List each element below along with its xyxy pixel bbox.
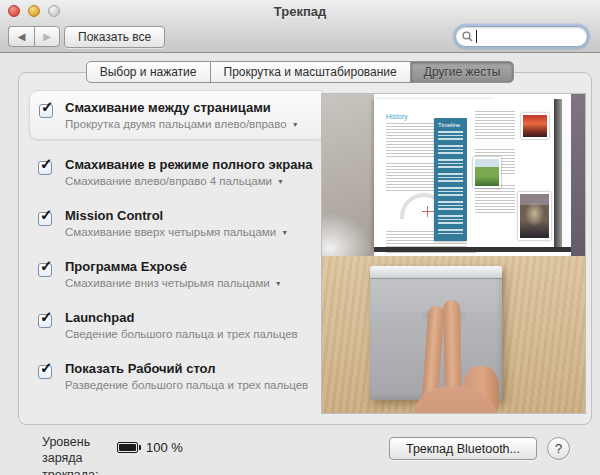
window-title: Трекпад: [0, 4, 600, 19]
gesture-title: Программа Exposé: [65, 259, 321, 274]
checkbox-mission-control[interactable]: ✓: [38, 212, 52, 226]
checkmark-icon: ✓: [40, 258, 53, 273]
trackpad-preferences-window: Трекпад ◀ ▶ Показать все Выбор и нажатие…: [0, 0, 600, 475]
battery-level-label: Уровень заряда трекпада:: [42, 434, 128, 475]
window-chrome: Трекпад ◀ ▶ Показать все: [0, 0, 600, 53]
video-page-turn-shadow: [554, 99, 562, 250]
search-icon: [462, 31, 473, 42]
video-desk-scene: [322, 256, 586, 414]
checkmark-icon: ✓: [40, 156, 53, 171]
checkbox-launchpad[interactable]: ✓: [38, 314, 52, 328]
video-photo-tower-bridge: [518, 192, 551, 240]
dropdown-arrow-icon: ▼: [275, 280, 282, 287]
video-timeline-sidebar: Timeline: [434, 118, 467, 241]
trackpad-hinge: [370, 266, 502, 278]
checkmark-icon: ✓: [40, 207, 53, 222]
gesture-subtitle-dropdown[interactable]: Смахивание влево/вправо 4 пальцами▼: [65, 175, 321, 187]
gesture-list: ✓ Смахивание между страницами Прокрутка …: [29, 90, 327, 406]
battery-percentage: 100 %: [146, 440, 183, 455]
video-next-page-edge: [562, 99, 571, 250]
battery-icon: [117, 442, 138, 453]
tab-content-panel: ✓ Смахивание между страницами Прокрутка …: [18, 72, 592, 425]
gesture-title: Mission Control: [65, 208, 321, 223]
gesture-subtitle-text: Смахивание вверх четырьмя пальцами: [65, 226, 276, 238]
gesture-subtitle-dropdown[interactable]: Смахивание вниз четырьмя пальцами▼: [65, 277, 321, 289]
tab-point-and-click[interactable]: Выбор и нажатие: [86, 61, 211, 83]
video-text-lines: [475, 111, 515, 141]
gesture-subtitle-text: Разведение большого пальца и трех пальце…: [65, 379, 321, 391]
video-room-edge: [571, 94, 586, 256]
gesture-subtitle-dropdown[interactable]: Прокрутка двумя пальцами влево/вправо▼: [65, 118, 320, 130]
gesture-subtitle-text: Сведение большого пальца и трех пальцев: [65, 328, 321, 340]
checkmark-icon: ✓: [41, 99, 54, 114]
gesture-title: Смахивание между страницами: [65, 100, 320, 115]
gesture-subtitle-text: Прокрутка двумя пальцами влево/вправо: [65, 118, 287, 130]
video-room-background: [322, 94, 374, 256]
checkmark-icon: ✓: [40, 309, 53, 324]
gesture-subtitle-text: Смахивание вниз четырьмя пальцами: [65, 277, 270, 289]
forward-button[interactable]: ▶: [34, 26, 60, 47]
gesture-item-launchpad[interactable]: ✓ Launchpad Сведение большого пальца и т…: [29, 304, 327, 346]
dropdown-arrow-icon: ▼: [277, 178, 284, 185]
gesture-item-swipe-between-pages[interactable]: ✓ Смахивание между страницами Прокрутка …: [29, 90, 327, 140]
battery-fill: [119, 444, 136, 451]
tab-scroll-and-zoom[interactable]: Прокрутка и масштабирование: [210, 61, 411, 83]
gesture-item-expose[interactable]: ✓ Программа Exposé Смахивание вниз четыр…: [29, 253, 327, 295]
checkbox-fullscreen-swipe[interactable]: ✓: [38, 161, 52, 175]
battery-terminal: [139, 445, 142, 450]
gesture-title: Launchpad: [65, 310, 321, 325]
bluetooth-trackpad-button[interactable]: Трекпад Bluetooth...: [389, 437, 537, 460]
video-text-lines: [475, 185, 515, 215]
video-photo-landscape-bridge: [473, 157, 501, 188]
video-timeline-entries: [438, 131, 463, 235]
gesture-title: Смахивание в режиме полного экрана: [65, 157, 321, 172]
video-book-right-page: [467, 99, 554, 250]
checkbox-expose[interactable]: ✓: [38, 263, 52, 277]
gesture-demo-video: History Timeline: [321, 93, 586, 414]
video-photo-sunset-bridge: [521, 113, 549, 139]
video-screen-bezel: [374, 247, 571, 252]
show-all-button[interactable]: Показать все: [64, 26, 165, 48]
back-arrow-icon: ◀: [18, 31, 26, 42]
video-timeline-heading: Timeline: [438, 122, 463, 128]
tab-more-gestures[interactable]: Другие жесты: [410, 61, 515, 83]
tab-strip: Выбор и нажатие Прокрутка и масштабирова…: [0, 61, 600, 83]
help-button[interactable]: ?: [547, 437, 570, 460]
dropdown-arrow-icon: ▼: [281, 229, 288, 236]
gesture-subtitle-text: Смахивание влево/вправо 4 пальцами: [65, 175, 272, 187]
gesture-item-show-desktop[interactable]: ✓ Показать Рабочий стол Разведение больш…: [29, 355, 327, 397]
search-field[interactable]: [455, 26, 588, 47]
navigation-buttons: ◀ ▶: [8, 26, 60, 47]
search-input[interactable]: [477, 29, 581, 45]
checkmark-icon: ✓: [40, 360, 53, 375]
gesture-title: Показать Рабочий стол: [65, 361, 321, 376]
checkbox-show-desktop[interactable]: ✓: [38, 365, 52, 379]
checkbox-swipe-between-pages[interactable]: ✓: [39, 104, 53, 118]
forward-arrow-icon: ▶: [43, 31, 51, 42]
gesture-item-fullscreen-swipe[interactable]: ✓ Смахивание в режиме полного экрана Сма…: [29, 151, 327, 193]
dropdown-arrow-icon: ▼: [292, 121, 299, 128]
gesture-item-mission-control[interactable]: ✓ Mission Control Смахивание вверх четыр…: [29, 202, 327, 244]
video-screen-recording: History Timeline: [322, 94, 586, 256]
back-button[interactable]: ◀: [8, 26, 34, 47]
gesture-subtitle-dropdown[interactable]: Смахивание вверх четырьмя пальцами▼: [65, 226, 321, 238]
